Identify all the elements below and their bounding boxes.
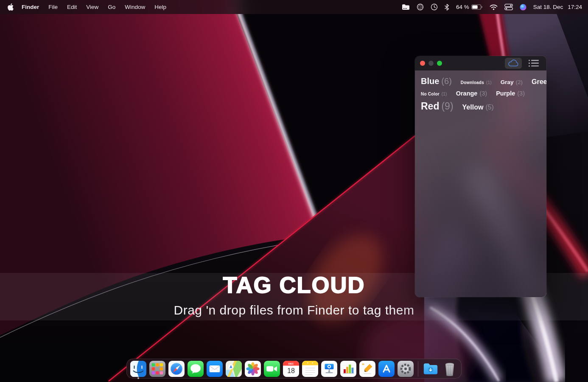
notes-icon (302, 361, 318, 377)
tag-label: Green (532, 78, 546, 86)
tag-label: Gray (501, 79, 514, 85)
messages-icon (188, 361, 204, 377)
menu-bar: Finder File Edit View Go Window Help (0, 0, 588, 14)
window-titlebar[interactable] (415, 56, 546, 70)
trash-icon (442, 361, 458, 377)
apple-icon (8, 3, 14, 11)
menu-bar-left: Finder File Edit View Go Window Help (0, 3, 171, 11)
battery-icon (471, 4, 483, 10)
svg-text:“: “ (362, 362, 365, 368)
battery-status[interactable]: 64 % (456, 4, 483, 10)
control-center-icon[interactable] (504, 4, 513, 10)
menu-help[interactable]: Help (150, 4, 171, 10)
tag-gray[interactable]: Gray(2) (501, 79, 523, 85)
tag-row: No Color(1) Orange(3) Purple(3) (421, 90, 540, 97)
tag-purple[interactable]: Purple(3) (496, 90, 525, 97)
siri-icon[interactable] (520, 4, 526, 11)
battery-percent: 64 % (456, 4, 469, 10)
tag-count: (1) (442, 92, 447, 96)
cloud-view-button[interactable] (505, 58, 522, 69)
safari-icon (168, 361, 185, 377)
menu-view[interactable]: View (81, 4, 103, 10)
dock-numbers[interactable] (340, 361, 356, 377)
tag-blue[interactable]: Blue(6) (421, 76, 452, 86)
menu-bar-clock[interactable]: Sat 18. Dec 17:24 (533, 4, 582, 10)
dock-safari[interactable] (168, 361, 185, 377)
wireless-scan-icon[interactable] (417, 3, 424, 11)
photos-icon (245, 361, 261, 377)
tag-yellow[interactable]: Yellow(5) (462, 104, 494, 111)
tag-row: Red(9) Yellow(5) (421, 101, 540, 112)
tag-label: No Color (421, 92, 440, 96)
tag-count: (3) (517, 90, 525, 97)
list-icon (529, 59, 539, 67)
tag-green[interactable]: Green(4) (532, 78, 546, 86)
list-view-button[interactable] (525, 58, 542, 69)
mail-icon (207, 361, 223, 377)
folder-icon (402, 4, 410, 10)
tag-downloads[interactable]: Downloads(1) (461, 80, 492, 85)
dock-keynote[interactable] (321, 361, 337, 377)
tag-row: Blue(6) Downloads(1) Gray(2) Green(4) (421, 76, 540, 86)
menu-go[interactable]: Go (103, 4, 120, 10)
menu-window[interactable]: Window (120, 4, 150, 10)
dock-launchpad[interactable] (149, 361, 165, 377)
dock-notes[interactable] (302, 361, 318, 377)
tag-count: (3) (479, 90, 487, 97)
dock-app-store[interactable] (378, 361, 395, 377)
clock-time: 17:24 (568, 4, 582, 10)
menu-file[interactable]: File (44, 4, 62, 10)
file-manager-menu-extra[interactable] (402, 4, 410, 10)
tag-label: Blue (421, 76, 439, 86)
zoom-button[interactable] (437, 61, 442, 66)
tag-cloud-content: Blue(6) Downloads(1) Gray(2) Green(4) No… (415, 70, 546, 297)
finder-icon (130, 361, 146, 377)
finder-running-indicator (137, 377, 139, 379)
tag-count: (9) (441, 101, 453, 112)
wifi-icon[interactable] (490, 4, 498, 10)
app-menu-finder[interactable]: Finder (17, 4, 44, 10)
dock-system-preferences[interactable] (398, 361, 414, 377)
tag-red[interactable]: Red(9) (421, 101, 454, 112)
dock-pages[interactable]: “ (359, 361, 375, 377)
apple-menu[interactable] (7, 3, 17, 11)
tag-cloud-window: Blue(6) Downloads(1) Gray(2) Green(4) No… (415, 56, 546, 297)
dock-finder[interactable] (130, 361, 146, 377)
dock-facetime[interactable] (264, 361, 280, 377)
minimize-button[interactable] (428, 61, 434, 66)
cloud-icon (507, 59, 520, 68)
maps-icon (226, 361, 242, 377)
launchpad-icon (149, 361, 165, 377)
macos-desktop: TAG CLOUD Drag 'n drop files from Finder… (0, 0, 588, 382)
time-machine-icon[interactable] (431, 3, 438, 11)
keynote-icon (321, 361, 337, 377)
tag-label: Orange (456, 90, 478, 97)
dock-downloads[interactable] (423, 361, 439, 377)
tag-label: Downloads (461, 80, 484, 85)
system-preferences-icon (398, 361, 414, 377)
numbers-icon (340, 361, 356, 377)
calendar-month: DEC (288, 362, 294, 365)
menu-edit[interactable]: Edit (62, 4, 81, 10)
tag-label: Purple (496, 90, 515, 97)
tag-label: Red (421, 101, 439, 112)
dock-calendar[interactable]: DEC 18 (283, 361, 299, 377)
tag-label: Yellow (462, 104, 484, 111)
dock: DEC 18 (126, 359, 462, 379)
tag-count: (5) (485, 104, 494, 111)
close-button[interactable] (420, 61, 425, 66)
wallpaper-subtitle: Drag 'n drop files from Finder to tag th… (0, 303, 588, 317)
tag-count: (1) (486, 80, 492, 85)
bluetooth-icon[interactable] (445, 4, 449, 11)
dock-messages[interactable] (188, 361, 204, 377)
dock-maps[interactable] (226, 361, 242, 377)
app-store-icon (378, 361, 395, 377)
dock-separator (418, 361, 418, 376)
downloads-folder-icon (423, 361, 439, 377)
dock-mail[interactable] (207, 361, 223, 377)
tag-count: (2) (516, 79, 523, 85)
dock-trash[interactable] (442, 361, 458, 377)
tag-orange[interactable]: Orange(3) (456, 90, 487, 97)
dock-photos[interactable] (245, 361, 261, 377)
tag-no-color[interactable]: No Color(1) (421, 92, 447, 96)
